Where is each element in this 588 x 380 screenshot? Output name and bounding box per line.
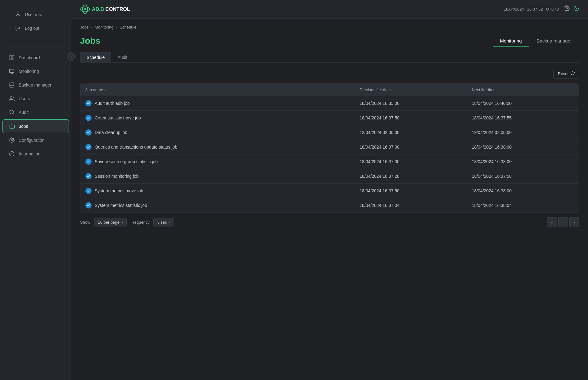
sidebar-item-label: Audit <box>19 110 29 115</box>
sub-tab-schedule[interactable]: Schedule <box>80 52 111 63</box>
sidebar-item-dashboard[interactable]: Dashboard <box>2 51 69 64</box>
pagination: « ‹ › <box>547 217 579 227</box>
jobs-table: Job name › Previous fire time Next fire … <box>80 83 579 213</box>
frequency-select[interactable]: 5 sec › <box>153 218 174 226</box>
sidebar-top: User info Log out <box>0 5 71 43</box>
sidebar-item-label: Information <box>19 151 40 156</box>
sidebar-item-audit[interactable]: Audit <box>2 106 69 119</box>
user-icon <box>15 11 21 18</box>
sub-tabs: Schedule Audit <box>80 52 579 63</box>
sidebar-item-user-info[interactable]: User info <box>9 8 63 21</box>
svg-point-20 <box>84 8 86 10</box>
table-row[interactable]: System metrics move job 18/04/2024 16:37… <box>80 184 579 198</box>
cell-job-name: System metrics move job <box>80 184 355 198</box>
dashboard-icon <box>9 55 15 61</box>
schedule-table: Job name › Previous fire time Next fire … <box>80 84 579 212</box>
tab-monitoring[interactable]: Monitoring <box>493 36 529 47</box>
breadcrumb: Jobs / Monitoring / Schedule <box>80 25 579 29</box>
table-row[interactable]: Save resource group statistic job 18/04/… <box>80 154 579 169</box>
sort-icon: › <box>105 88 106 92</box>
cell-next-fire: 18/04/2024 16:38:00 <box>467 184 579 198</box>
footer-left: Show 10 per page › Frequency 5 sec › <box>80 218 174 226</box>
sidebar-item-monitoring[interactable]: Monitoring <box>2 65 69 78</box>
per-page-chevron: › <box>121 220 123 225</box>
per-page-select[interactable]: 10 per page › <box>94 218 127 226</box>
cell-job-name: Data cleanup job <box>80 125 355 140</box>
sidebar-item-configuration[interactable]: Configuration <box>2 134 69 147</box>
table-row[interactable]: Session monitoring job 18/04/2024 16:37:… <box>80 169 579 184</box>
cell-prev-fire: 12/04/2024 02:00:00 <box>355 125 467 140</box>
col-job-name[interactable]: Job name › <box>80 84 355 96</box>
cell-next-fire: 18/04/2024 16:37:55 <box>467 111 579 125</box>
information-icon <box>9 151 15 157</box>
sidebar-item-users[interactable]: Users <box>2 92 69 105</box>
reset-label: Reset <box>558 71 568 76</box>
sidebar-item-information[interactable]: Information <box>2 147 69 160</box>
reset-icon <box>570 71 575 76</box>
backup-icon <box>9 82 15 88</box>
main-tabs: Monitoring Backup manager <box>493 36 579 46</box>
reset-button[interactable]: Reset <box>553 69 579 78</box>
table-row[interactable]: System metrics statistic job 18/04/2024 … <box>80 198 579 213</box>
col-next-fire: Next fire time <box>467 84 579 96</box>
status-icon <box>85 100 92 106</box>
svg-point-21 <box>566 8 568 9</box>
header-timezone: UTC+3 <box>546 7 559 11</box>
cell-prev-fire: 18/04/2024 16:37:00 <box>355 140 467 154</box>
svg-line-12 <box>13 113 14 114</box>
svg-rect-13 <box>10 125 15 128</box>
sub-tab-audit[interactable]: Audit <box>111 52 133 62</box>
collapse-sidebar-button[interactable]: ‹ <box>67 52 76 61</box>
per-page-value: 10 per page <box>98 220 120 225</box>
cell-job-name: Queries and transactions update status j… <box>80 140 355 154</box>
sidebar-item-label: User info <box>25 12 42 17</box>
settings-icon[interactable] <box>564 5 570 13</box>
frequency-value: 5 sec <box>157 220 167 225</box>
status-icon <box>85 144 92 150</box>
page-next-button[interactable]: › <box>569 217 579 227</box>
frequency-label: Frequency <box>130 220 149 225</box>
tab-backup-manager[interactable]: Backup manager <box>529 36 579 47</box>
audit-icon <box>9 109 15 115</box>
table-row[interactable]: Audit auth adb job 18/04/2024 16:35:00 1… <box>80 96 579 111</box>
svg-point-14 <box>11 140 13 141</box>
jobs-icon <box>9 123 15 129</box>
sidebar-item-label: Backup manager <box>19 83 52 87</box>
sidebar-item-label: Users <box>19 96 30 101</box>
page-prev-button[interactable]: ‹ <box>558 217 568 227</box>
theme-toggle-icon[interactable] <box>573 5 579 13</box>
cell-job-name: Save resource group statistic job <box>80 154 355 169</box>
breadcrumb-jobs[interactable]: Jobs <box>80 25 88 29</box>
breadcrumb-sep-1: / <box>91 25 92 29</box>
table-row[interactable]: Count statistic move job 18/04/2024 16:3… <box>80 111 579 125</box>
sidebar-item-backup-manager[interactable]: Backup manager <box>2 78 69 92</box>
svg-point-10 <box>10 96 12 98</box>
cell-next-fire: 18/04/2024 16:40:00 <box>467 96 579 111</box>
table-row[interactable]: Queries and transactions update status j… <box>80 140 579 154</box>
svg-point-9 <box>10 83 14 84</box>
header: AD.B CONTROL 18/04/2024 16:37:52 UTC+3 <box>71 0 588 19</box>
sidebar-item-logout[interactable]: Log out <box>9 22 63 35</box>
table-row[interactable]: Data cleanup job 12/04/2024 02:00:00 19/… <box>80 125 579 140</box>
status-icon <box>85 115 92 121</box>
svg-rect-6 <box>10 69 14 73</box>
svg-rect-5 <box>12 58 14 60</box>
table-body: Audit auth adb job 18/04/2024 16:35:00 1… <box>80 96 579 213</box>
logo-icon <box>80 4 90 14</box>
breadcrumb-monitoring[interactable]: Monitoring <box>95 25 114 29</box>
breadcrumb-sep-2: / <box>116 25 117 29</box>
cell-next-fire: 19/04/2024 02:00:00 <box>467 125 579 140</box>
cell-prev-fire: 18/04/2024 16:35:00 <box>355 96 467 111</box>
sidebar-item-jobs[interactable]: Jobs <box>2 119 69 133</box>
configuration-icon <box>9 137 15 143</box>
show-label: Show <box>80 220 90 225</box>
header-right: 18/04/2024 16:37:52 UTC+3 <box>504 5 579 13</box>
page-first-button[interactable]: « <box>547 217 557 227</box>
users-icon <box>9 96 15 102</box>
col-prev-fire: Previous fire time <box>355 84 467 96</box>
logo: AD.B CONTROL <box>80 4 130 14</box>
content-area: Jobs / Monitoring / Schedule Jobs Monito… <box>71 19 588 380</box>
status-icon <box>85 129 92 136</box>
sidebar-item-label: Log out <box>25 26 39 31</box>
cell-job-name: Count statistic move job <box>80 111 355 125</box>
